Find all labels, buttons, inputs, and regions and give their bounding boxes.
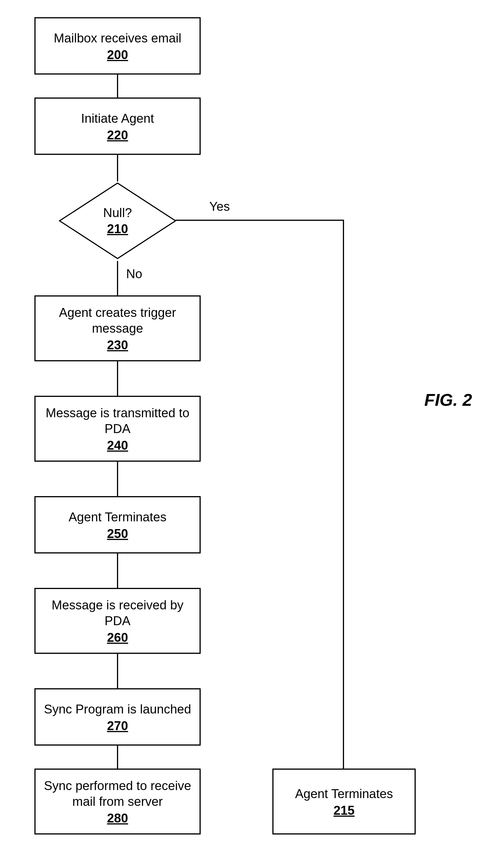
connector — [117, 746, 118, 768]
box-260-label: Message is received by PDA — [41, 597, 194, 628]
connector — [117, 74, 118, 97]
box-250-label: Agent Terminates — [69, 509, 166, 525]
box-215-label: Agent Terminates — [295, 786, 393, 802]
box-215-num: 215 — [334, 803, 354, 818]
connector — [117, 553, 118, 588]
box-200-num: 200 — [107, 48, 128, 62]
box-280: Sync performed to receive mail from serv… — [34, 768, 201, 835]
connector — [117, 361, 118, 396]
connector — [117, 261, 118, 296]
connector — [175, 220, 344, 221]
box-250-num: 250 — [107, 527, 128, 541]
box-200-label: Mailbox receives email — [54, 30, 181, 46]
box-220-num: 220 — [107, 128, 128, 142]
edge-label-no: No — [126, 267, 142, 281]
box-240-label: Message is transmitted to PDA — [41, 405, 194, 437]
connector — [117, 462, 118, 496]
box-200: Mailbox receives email 200 — [34, 17, 201, 74]
decision-210-label: Null? — [103, 206, 132, 220]
box-260: Message is received by PDA 260 — [34, 588, 201, 654]
edge-label-yes: Yes — [209, 199, 230, 214]
decision-210-num: 210 — [107, 222, 128, 236]
box-270-num: 270 — [107, 719, 128, 733]
box-270: Sync Program is launched 270 — [34, 688, 201, 746]
decision-210: Null? 210 — [46, 178, 189, 264]
box-270-label: Sync Program is launched — [44, 701, 191, 717]
box-280-label: Sync performed to receive mail from serv… — [41, 778, 194, 809]
box-220: Initiate Agent 220 — [34, 97, 201, 155]
box-215: Agent Terminates 215 — [272, 768, 416, 835]
figure-label: FIG. 2 — [424, 390, 472, 410]
box-230: Agent creates trigger message 230 — [34, 296, 201, 361]
box-230-num: 230 — [107, 338, 128, 352]
box-280-num: 280 — [107, 811, 128, 825]
box-260-num: 260 — [107, 630, 128, 645]
connector — [343, 220, 344, 768]
box-240: Message is transmitted to PDA 240 — [34, 396, 201, 462]
box-220-label: Initiate Agent — [81, 110, 154, 126]
box-240-num: 240 — [107, 438, 128, 452]
box-250: Agent Terminates 250 — [34, 496, 201, 553]
connector — [117, 654, 118, 688]
flowchart-canvas: FIG. 2 Mailbox receives email 200 Initia… — [0, 0, 504, 854]
box-230-label: Agent creates trigger message — [41, 305, 194, 336]
